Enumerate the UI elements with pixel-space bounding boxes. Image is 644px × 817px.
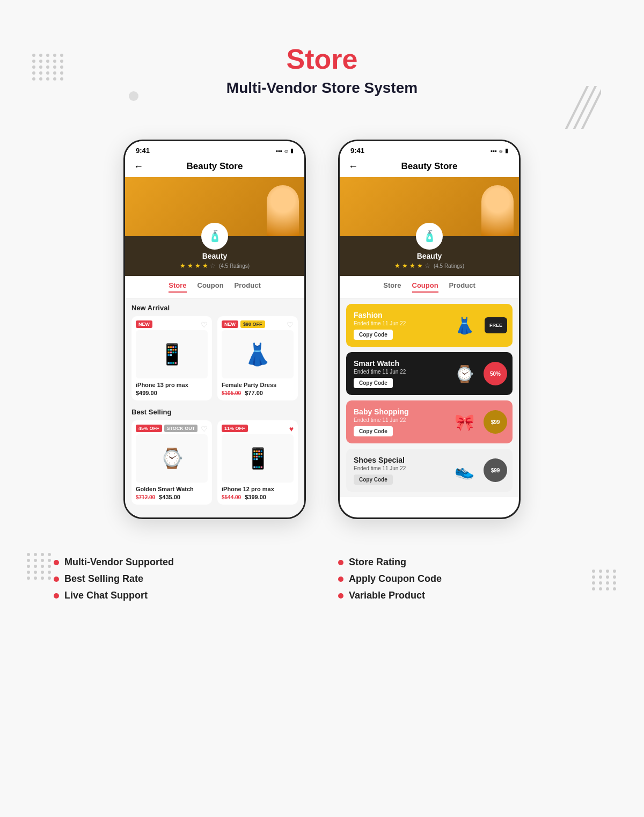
product-card-iphone13: NEW ♡ 📱 iPhone 13 pro max $499.00	[131, 316, 212, 400]
star-4: ★	[202, 262, 208, 269]
product-price-watch: $712.00 $435.00	[136, 494, 208, 500]
coupon-list: Fashion Ended time 11 Jun 22 Copy Code 👗…	[346, 304, 513, 492]
phone2-store-name: Beauty	[417, 252, 442, 260]
feature-label-5: Apply Coupon Code	[349, 573, 442, 585]
phone1-best-selling-label: Best Selling	[131, 408, 298, 416]
phone1-content: New Arrival NEW ♡ 📱 iPhone 13 pro max $4…	[125, 298, 304, 517]
phone2-store-rating: ★ ★ ★ ★ ☆ (4.5 Ratings)	[394, 262, 464, 269]
phone1-header-title: Beauty Store	[187, 161, 243, 172]
product-price-dress: $105.00 $77.00	[222, 390, 294, 396]
coupon-baby-title: Baby Shopping	[354, 407, 505, 417]
phone2-icons: ▪▪▪ ⌾ ▮	[491, 147, 508, 154]
coupon-baby-img: 🎀	[448, 400, 480, 443]
signal-icon: ▪▪▪	[276, 148, 282, 154]
old-price-watch: $712.00	[136, 494, 155, 500]
feature-label-2: Best Selling Rate	[64, 573, 143, 585]
phone1-store-rating: ★ ★ ★ ★ ☆ (4.5 Ratings)	[180, 262, 250, 269]
decoration-dots-bottomright	[592, 570, 617, 590]
coupon-shoes-img: 👟	[448, 449, 480, 492]
phone1-store-profile: 🧴 Beauty ★ ★ ★ ★ ☆ (4.5 Ratings)	[125, 236, 304, 276]
phone2-tab-product[interactable]: Product	[449, 281, 475, 293]
old-price-dress: $105.00	[222, 390, 241, 396]
product-img-iphone12: 📱	[222, 434, 294, 483]
coupon-fashion-img: 👗	[448, 304, 480, 347]
decoration-dots-bottomleft	[27, 553, 52, 580]
coupon-shoes-copy-btn[interactable]: Copy Code	[354, 475, 393, 485]
feature-label-1: Multi-Vendor Supported	[64, 557, 174, 568]
feature-label-6: Variable Product	[349, 590, 425, 601]
coupon-smartwatch-copy-btn[interactable]: Copy Code	[354, 378, 393, 388]
page-title: Store	[11, 43, 633, 75]
product-img-iphone13: 📱	[136, 330, 208, 378]
phone1-tab-store[interactable]: Store	[169, 281, 186, 293]
old-price-iphone12: $544.00	[222, 494, 241, 500]
phone2-store-profile: 🧴 Beauty ★ ★ ★ ★ ☆ (4.5 Ratings)	[340, 236, 519, 276]
badge-45off: 45% OFF	[136, 425, 162, 432]
product-badges-dress: NEW $90 OFF	[222, 320, 294, 328]
phone2-tabs: Store Coupon Product	[340, 276, 519, 298]
phone1-nav-header: ← Beauty Store	[125, 158, 304, 177]
coupon-shoes-title: Shoes Special	[354, 456, 505, 465]
page-header: Store Multi-Vendor Store System	[11, 21, 633, 107]
phone2-status-bar: 9:41 ▪▪▪ ⌾ ▮	[340, 141, 519, 158]
star2-4: ★	[417, 262, 423, 269]
product-card-dress: NEW $90 OFF ♡ 👗 Female Party Dress $105.…	[217, 316, 298, 400]
coupon-smartwatch-ended: Ended time 11 Jun 22	[354, 369, 505, 375]
phone2-rating-text: (4.5 Ratings)	[434, 263, 464, 269]
phone1-status-bar: 9:41 ▪▪▪ ⌾ ▮	[125, 141, 304, 158]
phone2-tab-coupon[interactable]: Coupon	[412, 281, 438, 293]
product-badges-iphone12: 11% OFF	[222, 425, 294, 432]
heart-iphone13[interactable]: ♡	[201, 320, 208, 329]
product-name-iphone12: iPhone 12 pro max	[222, 486, 294, 492]
feature-store-rating: Store Rating	[338, 557, 590, 568]
badge-off-dress: $90 OFF	[240, 320, 265, 328]
page-wrapper: Store Multi-Vendor Store System 9:41 ▪▪▪…	[11, 21, 633, 623]
feature-apply-coupon: Apply Coupon Code	[338, 573, 590, 585]
new-price-iphone12: $399.00	[245, 494, 266, 500]
badge-stockout: STOCK OUT	[164, 425, 198, 432]
coupon-fashion-copy-btn[interactable]: Copy Code	[354, 330, 393, 340]
coupon-baby-badge: $99	[484, 410, 507, 434]
star-5: ☆	[210, 262, 216, 269]
coupon-smartwatch: Smart Watch Ended time 11 Jun 22 Copy Co…	[346, 352, 513, 395]
phone1-tab-coupon[interactable]: Coupon	[197, 281, 224, 293]
star-3: ★	[195, 262, 201, 269]
feature-dot-1	[54, 560, 59, 565]
star-2: ★	[187, 262, 193, 269]
coupon-fashion: Fashion Ended time 11 Jun 22 Copy Code 👗…	[346, 304, 513, 347]
heart-iphone12[interactable]: ♥	[289, 425, 294, 433]
feature-dot-3	[54, 593, 59, 599]
feature-dot-4	[338, 560, 343, 565]
star2-3: ★	[409, 262, 415, 269]
coupon-shoes-badge: $99	[484, 458, 507, 482]
feature-dot-5	[338, 577, 343, 582]
phone1-rating-text: (4.5 Ratings)	[219, 263, 250, 269]
product-img-dress: 👗	[222, 330, 294, 378]
phone2-tab-store[interactable]: Store	[383, 281, 401, 293]
heart-dress[interactable]: ♡	[287, 320, 294, 329]
feature-label-4: Store Rating	[349, 557, 406, 568]
phone1-tab-product[interactable]: Product	[235, 281, 261, 293]
coupon-baby: Baby Shopping Ended time 11 Jun 22 Copy …	[346, 400, 513, 443]
battery-icon-2: ▮	[505, 147, 508, 154]
page-subtitle: Multi-Vendor Store System	[11, 79, 633, 97]
product-name-dress: Female Party Dress	[222, 382, 294, 388]
badge-new: NEW	[136, 320, 152, 328]
coupon-baby-copy-btn[interactable]: Copy Code	[354, 426, 393, 436]
features-section: Multi-Vendor Supported Store Rating Best…	[11, 530, 633, 623]
star-1: ★	[180, 262, 186, 269]
phone2-store-avatar: 🧴	[416, 223, 443, 250]
product-price-iphone12: $544.00 $399.00	[222, 494, 294, 500]
phone1-back-button[interactable]: ←	[134, 161, 143, 172]
heart-watch[interactable]: ♡	[201, 425, 208, 433]
product-name-watch: Golden Smart Watch	[136, 486, 208, 492]
product-img-watch: ⌚	[136, 434, 208, 483]
feature-best-selling: Best Selling Rate	[54, 573, 306, 585]
phone1-tabs: Store Coupon Product	[125, 276, 304, 298]
phone2-back-button[interactable]: ←	[348, 161, 358, 172]
phone2-banner-person	[481, 185, 514, 236]
product-card-watch: 45% OFF STOCK OUT ♡ ⌚ Golden Smart Watch…	[131, 420, 212, 505]
phone2-time: 9:41	[350, 147, 364, 155]
star2-2: ★	[402, 262, 408, 269]
coupon-shoes: Shoes Special Ended time 11 Jun 22 Copy …	[346, 449, 513, 492]
